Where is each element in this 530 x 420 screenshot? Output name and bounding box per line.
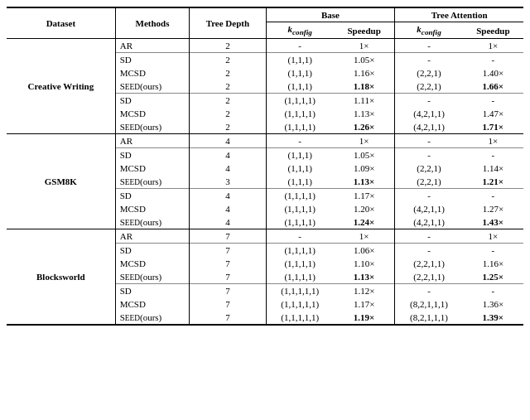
method-cell: SD <box>115 94 190 108</box>
base-speedup-cell: 1.17× <box>334 297 395 311</box>
ta-speedup-cell: - <box>463 244 523 258</box>
ta-kconfig-cell: - <box>395 244 463 258</box>
method-cell: SEED(ours) <box>115 215 190 229</box>
method-cell: MCSD <box>115 297 190 311</box>
method-cell: AR <box>115 229 190 244</box>
methods-header: Methods <box>115 7 190 39</box>
ta-speedup-cell: 1.43× <box>463 215 523 229</box>
depth-cell: 7 <box>190 284 266 298</box>
base-speedup-cell: 1.13× <box>334 270 395 284</box>
depth-cell: 4 <box>190 148 266 162</box>
base-speedup-cell: 1.19× <box>334 311 395 325</box>
ta-speedup-cell: 1.71× <box>463 120 523 134</box>
ta-speedup-cell: 1.16× <box>463 257 523 270</box>
depth-cell: 4 <box>190 162 266 175</box>
ta-kconfig-cell: (4,2,1,1) <box>395 120 463 134</box>
ta-speedup-cell: 1.14× <box>463 162 523 175</box>
ta-kconfig-cell: (2,2,1) <box>395 66 463 80</box>
ta-speedup-header: Speedup <box>463 22 523 39</box>
depth-cell: 2 <box>190 94 266 108</box>
base-speedup-cell: 1.26× <box>334 120 395 134</box>
base-kconfig-cell: (1,1,1,1) <box>266 120 334 134</box>
method-cell: SD <box>115 53 190 67</box>
base-speedup-cell: 1.16× <box>334 66 395 80</box>
base-kconfig-cell: - <box>266 229 334 244</box>
ta-speedup-cell: 1.27× <box>463 202 523 215</box>
ta-speedup-cell: 1× <box>463 229 523 244</box>
base-speedup-cell: 1.05× <box>334 148 395 162</box>
method-cell: AR <box>115 134 190 148</box>
method-cell: SD <box>115 244 190 258</box>
base-speedup-cell: 1.17× <box>334 189 395 203</box>
base-kconfig-cell: (1,1,1) <box>266 80 334 94</box>
ta-kconfig-cell: (4,2,1,1) <box>395 107 463 120</box>
method-cell: MCSD <box>115 107 190 120</box>
ta-kconfig-cell: (2,2,1,1) <box>395 270 463 284</box>
base-kconfig-cell: (1,1,1,1) <box>266 215 334 229</box>
tree-depth-header: Tree Depth <box>190 7 266 39</box>
depth-cell: 7 <box>190 229 266 244</box>
base-speedup-cell: 1.13× <box>334 107 395 120</box>
base-kconfig-cell: - <box>266 134 334 148</box>
ta-speedup-cell: 1× <box>463 39 523 53</box>
depth-cell: 4 <box>190 202 266 215</box>
ta-kconfig-cell: - <box>395 94 463 108</box>
table-row: Creative WritingAR2-1×-1× <box>7 39 523 53</box>
ta-kconfig-cell: (2,2,1) <box>395 175 463 189</box>
dataset-cell: Blocksworld <box>7 229 115 326</box>
base-kconfig-cell: (1,1,1) <box>266 162 334 175</box>
ta-kconfig-cell: - <box>395 284 463 298</box>
base-speedup-cell: 1.20× <box>334 202 395 215</box>
ta-speedup-cell: - <box>463 284 523 298</box>
ta-speedup-cell: 1.25× <box>463 270 523 284</box>
ta-kconfig-cell: - <box>395 229 463 244</box>
base-kconfig-cell: - <box>266 39 334 53</box>
base-kconfig-cell: (1,1,1) <box>266 175 334 189</box>
dataset-cell: Creative Writing <box>7 39 115 134</box>
ta-kconfig-cell: (8,2,1,1,1) <box>395 297 463 311</box>
depth-cell: 2 <box>190 120 266 134</box>
ta-kconfig-cell: - <box>395 148 463 162</box>
base-kconfig-header: kconfig <box>266 22 334 39</box>
base-speedup-header: Speedup <box>334 22 395 39</box>
base-kconfig-cell: (1,1,1,1,1) <box>266 311 334 325</box>
base-header: Base <box>266 7 395 22</box>
ta-kconfig-cell: (2,2,1) <box>395 162 463 175</box>
ta-speedup-cell: 1.47× <box>463 107 523 120</box>
ta-kconfig-cell: - <box>395 39 463 53</box>
base-speedup-cell: 1.13× <box>334 175 395 189</box>
method-cell: MCSD <box>115 257 190 270</box>
base-speedup-cell: 1.09× <box>334 162 395 175</box>
table-row: GSM8KAR4-1×-1× <box>7 134 523 148</box>
method-cell: SEED(ours) <box>115 120 190 134</box>
ta-speedup-cell: - <box>463 189 523 203</box>
ta-kconfig-cell: - <box>395 189 463 203</box>
method-cell: SD <box>115 189 190 203</box>
depth-cell: 2 <box>190 66 266 80</box>
base-speedup-cell: 1.24× <box>334 215 395 229</box>
method-cell: SEED(ours) <box>115 175 190 189</box>
ta-speedup-cell: 1.39× <box>463 311 523 325</box>
base-kconfig-cell: (1,1,1,1) <box>266 202 334 215</box>
dataset-cell: GSM8K <box>7 134 115 229</box>
ta-speedup-cell: - <box>463 148 523 162</box>
base-speedup-cell: 1× <box>334 229 395 244</box>
base-speedup-cell: 1.18× <box>334 80 395 94</box>
base-kconfig-cell: (1,1,1,1) <box>266 257 334 270</box>
base-kconfig-cell: (1,1,1) <box>266 53 334 67</box>
method-cell: SD <box>115 284 190 298</box>
method-cell: SEED(ours) <box>115 311 190 325</box>
base-speedup-cell: 1× <box>334 39 395 53</box>
base-speedup-cell: 1× <box>334 134 395 148</box>
base-kconfig-cell: (1,1,1,1) <box>266 270 334 284</box>
base-speedup-cell: 1.12× <box>334 284 395 298</box>
ta-kconfig-cell: (2,2,1) <box>395 80 463 94</box>
ta-kconfig-cell: (4,2,1,1) <box>395 202 463 215</box>
ta-speedup-cell: - <box>463 53 523 67</box>
depth-cell: 3 <box>190 175 266 189</box>
depth-cell: 4 <box>190 215 266 229</box>
depth-cell: 7 <box>190 257 266 270</box>
tree-attention-header: Tree Attention <box>395 7 523 22</box>
ta-speedup-cell: - <box>463 94 523 108</box>
base-kconfig-cell: (1,1,1,1,1) <box>266 297 334 311</box>
